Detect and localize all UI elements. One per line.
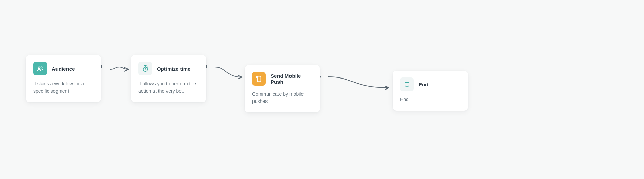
connector-optimize-push (214, 67, 242, 77)
node-description: Communicate by mobile pushes (252, 91, 312, 105)
node-title: Optimize time (157, 66, 190, 72)
node-title: End (419, 82, 428, 87)
mobile-push-icon (252, 72, 266, 86)
audience-icon (33, 62, 47, 75)
workflow-canvas[interactable]: Audience It starts a workflow for a spec… (0, 0, 644, 179)
node-title: Audience (52, 66, 75, 72)
node-header: Audience (33, 62, 94, 75)
node-description: It allows you to perform the action at t… (138, 80, 199, 95)
node-header: Send Mobile Push (252, 72, 312, 86)
stopwatch-icon (138, 62, 152, 75)
node-description: It starts a workflow for a specific segm… (33, 80, 94, 95)
end-icon (400, 77, 414, 91)
svg-rect-5 (405, 82, 409, 86)
connector-audience-optimize (110, 67, 128, 69)
svg-point-1 (41, 67, 42, 68)
node-end[interactable]: End End (393, 71, 468, 111)
node-send-mobile-push[interactable]: Send Mobile Push Communicate by mobile p… (245, 65, 320, 112)
node-header: End (400, 77, 460, 91)
node-description: End (400, 96, 460, 103)
node-audience[interactable]: Audience It starts a workflow for a spec… (26, 55, 101, 102)
connector-push-end (328, 77, 388, 88)
svg-point-0 (38, 67, 40, 69)
node-header: Optimize time (138, 62, 199, 75)
node-optimize-time[interactable]: Optimize time It allows you to perform t… (131, 55, 206, 102)
node-title: Send Mobile Push (271, 73, 312, 85)
